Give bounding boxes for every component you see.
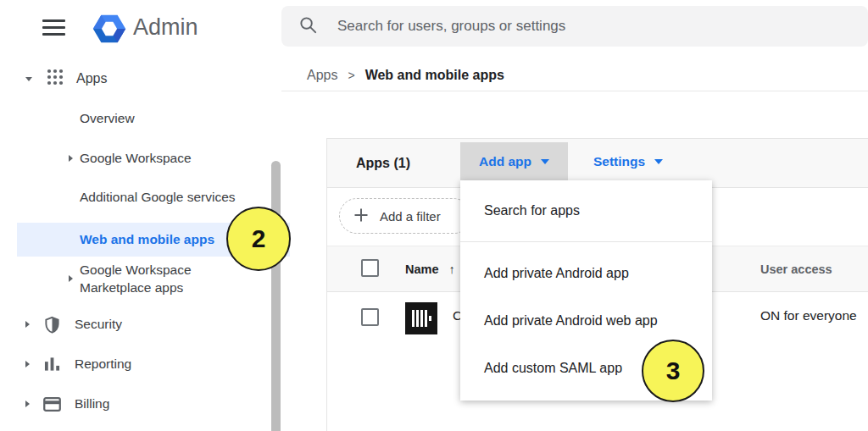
apps-grid-icon <box>47 69 64 89</box>
expand-arrow-icon <box>25 321 30 328</box>
sidebar-item-google-workspace[interactable]: Google Workspace <box>69 146 192 170</box>
chevron-down-icon <box>654 159 663 164</box>
app-logo-icon <box>405 302 437 334</box>
row-checkbox[interactable] <box>361 308 379 326</box>
menu-icon[interactable] <box>42 19 65 36</box>
bar-chart-icon <box>42 356 61 372</box>
add-filter-chip[interactable]: Add a filter <box>339 198 471 234</box>
sidebar-item-billing[interactable]: Billing <box>25 392 109 416</box>
menu-divider <box>460 241 712 242</box>
sidebar-item-label: Billing <box>75 396 109 412</box>
sidebar-item-apps[interactable]: Apps <box>25 67 107 91</box>
chevron-down-icon <box>541 159 549 164</box>
sort-ascending-icon: ↑ <box>449 262 455 276</box>
user-access-header-label: User access <box>760 262 832 276</box>
sidebar-item-additional-google-services[interactable]: Additional Google services <box>80 185 236 209</box>
sidebar-item-label: Web and mobile apps <box>80 232 214 247</box>
name-column-header[interactable]: Name ↑ <box>405 246 455 292</box>
sidebar-item-label: Additional Google services <box>80 190 236 205</box>
menu-item-search-for-apps[interactable]: Search for apps <box>460 180 712 241</box>
sidebar-item-label: Google Workspace <box>80 151 192 166</box>
expand-arrow-icon <box>69 275 73 282</box>
sidebar-item-label: Reporting <box>75 356 131 372</box>
sidebar-item-reporting[interactable]: Reporting <box>25 352 131 376</box>
sidebar-item-security[interactable]: Security <box>25 312 122 336</box>
divider <box>281 91 868 91</box>
breadcrumb: Apps > Web and mobile apps <box>307 67 504 84</box>
sidebar-item-label: Apps <box>76 71 107 86</box>
breadcrumb-current: Web and mobile apps <box>365 68 504 83</box>
plus-icon <box>353 207 369 225</box>
settings-label: Settings <box>593 154 645 169</box>
settings-button[interactable]: Settings <box>593 142 663 180</box>
shield-icon <box>42 316 61 334</box>
credit-card-icon <box>42 397 61 412</box>
add-app-button[interactable]: Add app <box>460 142 568 180</box>
menu-item-add-private-android-app[interactable]: Add private Android app <box>460 250 712 297</box>
table-row-user-access[interactable]: ON for everyone <box>760 292 857 339</box>
apps-count-label: Apps (1) <box>356 139 410 188</box>
search-input[interactable] <box>337 18 846 35</box>
admin-console-screen: Admin Apps Overview Google Workspace Add… <box>0 0 868 431</box>
sidebar-item-overview[interactable]: Overview <box>80 107 135 130</box>
sidebar-item-web-and-mobile-apps[interactable]: Web and mobile apps <box>80 228 214 251</box>
expand-arrow-icon <box>25 401 30 407</box>
name-header-label: Name <box>405 262 439 276</box>
admin-logo-icon <box>90 9 129 52</box>
global-search-bar[interactable] <box>281 6 868 47</box>
breadcrumb-parent[interactable]: Apps <box>307 68 337 83</box>
sidebar-item-label: Security <box>75 317 122 332</box>
expand-arrow-icon <box>69 155 73 162</box>
add-filter-label: Add a filter <box>380 209 441 224</box>
menu-item-add-private-android-web-app[interactable]: Add private Android web app <box>460 297 712 345</box>
app-title: Admin <box>133 14 198 41</box>
select-all-checkbox[interactable] <box>361 259 379 277</box>
breadcrumb-separator: > <box>348 69 354 82</box>
annotation-step-3: 3 <box>642 340 704 402</box>
search-icon <box>298 15 318 38</box>
sidebar-item-label: Overview <box>80 111 135 126</box>
sidebar-item-label: Google Workspace Marketplace apps <box>80 261 228 296</box>
expand-arrow-icon <box>25 361 30 367</box>
collapse-arrow-icon <box>25 77 32 81</box>
user-access-column-header: User access <box>760 246 832 292</box>
add-app-label: Add app <box>479 154 531 169</box>
annotation-step-2: 2 <box>226 207 291 271</box>
sidebar-item-marketplace-apps[interactable]: Google Workspace Marketplace apps <box>69 259 228 298</box>
sidebar-scrollbar[interactable] <box>271 161 281 431</box>
